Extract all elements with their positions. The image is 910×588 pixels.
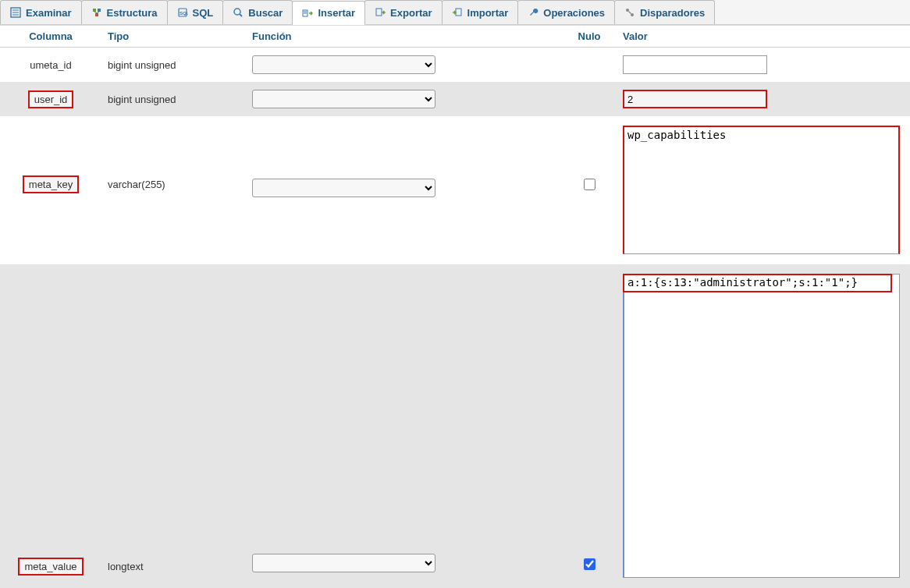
table-row: umeta_id bigint unsigned: [0, 48, 910, 83]
column-name: umeta_id: [30, 59, 71, 71]
function-select[interactable]: [252, 554, 435, 572]
column-type: bigint unsigned: [108, 94, 176, 105]
null-checkbox[interactable]: [584, 179, 595, 190]
header-funcion[interactable]: Función: [246, 26, 562, 48]
table-row: meta_value longtext a:1:{s:13:"administr…: [0, 264, 910, 588]
svg-text:SQL: SQL: [180, 11, 188, 16]
svg-point-11: [234, 9, 240, 15]
value-input-user-id[interactable]: [623, 90, 767, 108]
svg-line-7: [94, 12, 97, 13]
header-tipo[interactable]: Tipo: [101, 26, 246, 48]
svg-rect-5: [98, 9, 101, 12]
insert-icon: [302, 8, 313, 19]
column-name: meta_key: [23, 175, 79, 193]
value-textarea-meta-value[interactable]: a:1:{s:13:"administrator";s:1:"1";}: [623, 274, 900, 578]
value-input-umeta-id[interactable]: [623, 55, 767, 74]
header-columna[interactable]: Columna: [0, 26, 101, 48]
tab-importar[interactable]: Importar: [442, 0, 519, 24]
null-checkbox[interactable]: [584, 558, 595, 570]
svg-rect-16: [376, 9, 382, 16]
svg-point-19: [631, 13, 634, 16]
function-select[interactable]: [252, 90, 435, 108]
browse-icon: [10, 7, 21, 18]
tab-insertar[interactable]: Insertar: [292, 1, 365, 25]
column-type: bigint unsigned: [108, 59, 176, 71]
table-row: meta_key varchar(255) <span class="spell…: [0, 116, 910, 264]
tab-estructura[interactable]: Estructura: [81, 0, 168, 24]
table-row: user_id bigint unsigned: [0, 82, 910, 116]
tab-operaciones[interactable]: Operaciones: [517, 0, 615, 24]
column-type: longtext: [108, 561, 144, 572]
svg-rect-17: [456, 9, 461, 16]
svg-rect-4: [93, 9, 96, 12]
sql-icon: SQL: [177, 7, 188, 18]
export-icon: [375, 7, 386, 18]
tab-label: Operaciones: [543, 7, 605, 19]
tab-disparadores[interactable]: Disparadores: [614, 0, 715, 24]
tab-label: Buscar: [248, 7, 283, 19]
search-icon: [233, 7, 243, 18]
tab-label: Importar: [467, 7, 509, 19]
column-name: user_id: [28, 90, 74, 108]
structure-icon: [91, 7, 102, 18]
tab-label: Exportar: [390, 7, 432, 19]
svg-point-18: [626, 9, 629, 12]
tab-label: SQL: [193, 7, 214, 19]
column-type: varchar(255): [108, 179, 165, 190]
svg-line-8: [97, 12, 99, 13]
header-nulo[interactable]: Nulo: [562, 26, 617, 48]
tab-buscar[interactable]: Buscar: [222, 0, 293, 24]
tab-exportar[interactable]: Exportar: [364, 0, 442, 24]
wrench-icon: [528, 7, 539, 18]
tab-label: Examinar: [26, 7, 72, 19]
tab-label: Estructura: [107, 7, 158, 19]
svg-line-12: [240, 14, 242, 16]
tab-label: Disparadores: [640, 7, 705, 19]
triggers-icon: [624, 7, 635, 18]
function-select[interactable]: [252, 55, 435, 74]
import-icon: [452, 7, 463, 18]
tab-sql[interactable]: SQL SQL: [167, 0, 224, 24]
tabs-bar: Examinar Estructura SQL SQL Buscar Inser…: [0, 0, 910, 25]
tab-examinar[interactable]: Examinar: [0, 0, 82, 24]
value-textarea-meta-key[interactable]: <span class="spellcheck">wp</span>_<span…: [623, 126, 900, 254]
column-name: meta_value: [18, 558, 83, 576]
svg-rect-6: [95, 13, 98, 16]
function-select[interactable]: [252, 179, 435, 197]
insert-table: Columna Tipo Función Nulo Valor umeta_id…: [0, 25, 910, 588]
header-valor[interactable]: Valor: [617, 26, 910, 48]
tab-label: Insertar: [318, 7, 355, 19]
